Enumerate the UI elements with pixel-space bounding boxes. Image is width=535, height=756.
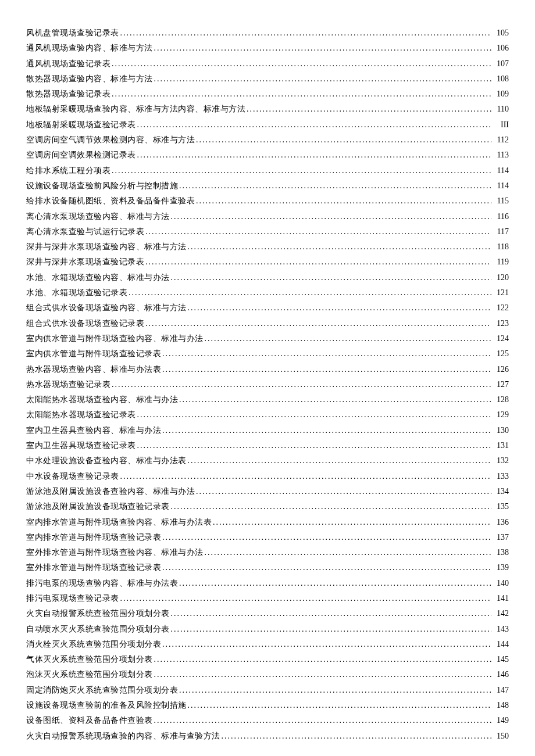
toc-entry-page: 131 [493,442,509,450]
toc-entry-title: 给排水系统工程分项表 [26,167,110,175]
toc-entry-page: 136 [493,518,509,526]
toc-entry-page: 144 [493,640,509,648]
toc-entry[interactable]: 风机盘管现场查验记录表105 [26,29,509,37]
toc-entry[interactable]: 室外排水管道与附件现场查验内容、标准与办法138 [26,549,509,557]
toc-entry[interactable]: 火灾自动报警系统现场查验的内容、标准与查验方法150 [26,732,509,740]
toc-entry-page: 114 [493,182,509,190]
toc-entry[interactable]: 地板辐射采暖现场查验记录表III [26,121,509,129]
toc-entry[interactable]: 室内供水管道与附件现场查验记录表125 [26,350,509,358]
toc-dot-leader [162,564,491,572]
toc-entry-title: 室内卫生器具现场查验记录表 [26,442,136,450]
toc-entry-page: 118 [493,243,509,251]
toc-dot-leader [129,289,491,297]
toc-entry[interactable]: 自动喷水灭火系统查验范围分项划分表143 [26,625,509,633]
toc-dot-leader [120,29,492,37]
toc-entry-page: 110 [493,105,509,113]
toc-dot-leader [162,366,491,374]
toc-entry[interactable]: 室内供水管道与附件现场查验内容、标准与办法124 [26,335,509,343]
toc-entry[interactable]: 空调房间空气调节效果检测内容、标准与方法112 [26,136,509,144]
toc-entry[interactable]: 设施设备现场查验前风险分析与控制措施114 [26,182,509,190]
toc-entry[interactable]: 给排水系统工程分项表114 [26,167,509,175]
toc-entry-title: 设备图纸、资料及备品备件查验表 [26,716,153,725]
toc-entry[interactable]: 散热器现场查验记录表109 [26,90,509,98]
toc-entry-title: 设施设备现场查验前的准备及风险控制措施 [26,701,187,710]
toc-entry[interactable]: 水池、水箱现场查验记录表121 [26,289,509,297]
toc-entry-page: 128 [493,396,509,404]
toc-entry[interactable]: 游泳池及附属设施设备现场查验记录表135 [26,503,509,511]
toc-dot-leader [179,686,491,694]
toc-dot-leader [179,396,491,404]
toc-dot-leader [171,625,492,633]
toc-entry-page: 150 [493,732,509,740]
toc-dot-leader [171,503,492,511]
toc-entry[interactable]: 室内卫生器具查验内容、标准与办法130 [26,427,509,435]
toc-entry[interactable]: 中水设备现场查验记录表133 [26,472,509,481]
toc-dot-leader [188,457,492,465]
toc-dot-leader [205,335,492,343]
toc-entry[interactable]: 离心清水泵查验与试运行记录表117 [26,228,509,236]
toc-entry[interactable]: 火灾自动报警系统查验范围分项划分表142 [26,610,509,618]
toc-dot-leader [213,518,491,526]
toc-entry-title: 火灾自动报警系统查验范围分项划分表 [26,610,170,618]
toc-entry-page: 130 [493,427,509,435]
toc-entry[interactable]: 室内排水管道与附件现场查验内容、标准与办法表136 [26,518,509,526]
toc-entry[interactable]: 通风机现场查验记录表107 [26,60,509,68]
toc-dot-leader [171,213,492,221]
toc-entry[interactable]: 排污电泵的现场查验内容、标准与办法表140 [26,579,509,587]
toc-dot-leader [112,60,491,68]
toc-entry[interactable]: 室外排水管道与附件现场查验记录表139 [26,564,509,572]
toc-dot-leader [145,320,491,328]
toc-dot-leader [137,442,492,450]
toc-entry-title: 室外排水管道与附件现场查验内容、标准与办法 [26,549,204,557]
toc-dot-leader [171,610,492,618]
toc-dot-leader [120,594,492,603]
toc-entry[interactable]: 散热器现场查验内容、标准与方法108 [26,75,509,83]
toc-entry[interactable]: 深井与深井水泵现场查验记录表119 [26,258,509,266]
toc-dot-leader [154,75,492,83]
toc-entry-title: 游泳池及附属设施设备查验内容、标准与办法 [26,488,195,496]
toc-entry[interactable]: 消火栓灭火系统查验范围分项划分表144 [26,640,509,648]
toc-entry[interactable]: 设备图纸、资料及备品备件查验表149 [26,716,509,725]
toc-entry-page: 146 [493,671,509,679]
toc-entry[interactable]: 给排水设备随机图纸、资料及备品备件查验表115 [26,197,509,205]
toc-dot-leader [154,716,492,725]
toc-entry[interactable]: 气体灭火系统查验范围分项划分表145 [26,655,509,664]
toc-entry[interactable]: 太阳能热水器现场查验记录表129 [26,411,509,419]
toc-entry-title: 排污电泵的现场查验内容、标准与办法表 [26,579,178,587]
toc-entry[interactable]: 固定消防炮灭火系统查验范围分项划分表147 [26,686,509,694]
toc-entry[interactable]: 游泳池及附属设施设备查验内容、标准与办法134 [26,488,509,496]
toc-entry[interactable]: 通风机现场查验内容、标准与方法106 [26,44,509,52]
toc-entry[interactable]: 泡沫灭火系统查验范围分项划分表146 [26,671,509,679]
toc-entry[interactable]: 组合式供水设备现场查验内容、标准与方法122 [26,304,509,312]
toc-entry[interactable]: 空调房间空调效果检测记录表113 [26,151,509,159]
toc-entry-title: 火灾自动报警系统现场查验的内容、标准与查验方法 [26,732,220,740]
toc-entry[interactable]: 室内卫生器具现场查验记录表131 [26,442,509,450]
toc-entry[interactable]: 热水器现场查验内容、标准与办法表126 [26,366,509,374]
toc-entry-title: 水池、水箱现场查验记录表 [26,289,127,297]
toc-entry-page: 108 [493,75,509,83]
toc-entry-title: 室内排水管道与附件现场查验记录表 [26,533,161,542]
toc-entry-title: 水池、水箱现场查验内容、标准与办法 [26,274,170,282]
toc-entry-title: 空调房间空调效果检测记录表 [26,151,136,159]
toc-entry[interactable]: 组合式供水设备现场查验记录表123 [26,320,509,328]
toc-entry[interactable]: 排污电泵现场查验记录表141 [26,594,509,603]
toc-entry-page: 132 [493,457,509,465]
toc-entry[interactable]: 离心清水泵现场查验内容、标准与方法116 [26,213,509,221]
toc-entry[interactable]: 深井与深井水泵现场查验内容、标准与方法118 [26,243,509,251]
toc-entry-page: 137 [493,533,509,542]
toc-dot-leader [154,44,492,52]
toc-entry-page: 106 [493,44,509,52]
toc-entry[interactable]: 设施设备现场查验前的准备及风险控制措施148 [26,701,509,710]
toc-entry[interactable]: 地板辐射采暖现场查验内容、标准与方法内容、标准与方法110 [26,105,509,113]
toc-entry[interactable]: 水池、水箱现场查验内容、标准与办法120 [26,274,509,282]
toc-entry[interactable]: 热水器现场查验记录表127 [26,381,509,389]
toc-entry-title: 消火栓灭火系统查验范围分项划分表 [26,640,161,648]
toc-entry[interactable]: 太阳能热水器现场查验内容、标准与办法128 [26,396,509,404]
toc-entry-title: 给排水设备随机图纸、资料及备品备件查验表 [26,197,195,205]
toc-entry-title: 热水器现场查验记录表 [26,381,110,389]
toc-entry-page: 129 [493,411,509,419]
toc-entry[interactable]: 室内排水管道与附件现场查验记录表137 [26,533,509,542]
toc-entry[interactable]: 中水处理设施设备查验内容、标准与办法表132 [26,457,509,465]
toc-entry-title: 组合式供水设备现场查验记录表 [26,320,144,328]
toc-entry-page: 124 [493,335,509,343]
